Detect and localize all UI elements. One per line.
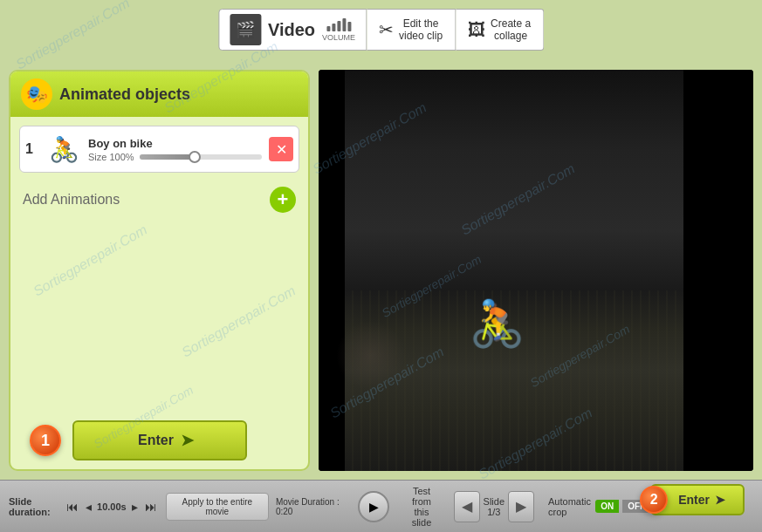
object-name: Boy on bike (88, 137, 262, 150)
black-side-right (683, 70, 753, 471)
panel-header-icon: 🎭 (21, 78, 52, 110)
bottom-enter-area: 2 Enter ➤ (650, 484, 745, 515)
add-animations-row: Add Animations + (19, 181, 299, 218)
slide-duration-label: Slide duration: (9, 496, 61, 517)
right-area: 🚴 (319, 70, 753, 471)
bottom-badge-2: 2 (640, 486, 668, 514)
slide-label: Slide (484, 496, 505, 507)
collage-icon: 🖼 (468, 20, 485, 40)
object-number: 1 (25, 141, 39, 157)
play-area: ▶ (358, 491, 389, 522)
panel-enter-button[interactable]: Enter ➤ (72, 420, 247, 460)
movie-duration: Movie Duration : 0:20 (276, 497, 352, 516)
slide-value: 1/3 (487, 507, 500, 517)
top-toolbar: 🎬 Video VOLUME ✂ Edit the video clip 🖼 C… (218, 9, 544, 51)
black-side-left (319, 70, 345, 471)
size-slider[interactable] (140, 154, 262, 160)
video-character: 🚴 (469, 297, 525, 351)
slide-navigation: ◀ Slide 1/3 ▶ (454, 491, 534, 522)
vol-bar-1 (326, 26, 330, 31)
apply-btn-label: Apply to the entire movie (182, 497, 252, 516)
create-collage-button[interactable]: 🖼 Create a collage (456, 9, 544, 51)
add-animations-label: Add Animations (23, 192, 120, 208)
bottom-enter-arrow-icon: ➤ (715, 493, 725, 507)
vol-bar-4 (342, 18, 346, 31)
panel-enter-label: Enter (138, 433, 174, 448)
apply-to-entire-movie-button[interactable]: Apply to the entire movie (166, 493, 269, 521)
slide-indicator: Slide 1/3 (484, 496, 505, 517)
panel-header: 🎭 Animated objects (10, 72, 308, 117)
video-camera-icon: 🎬 (230, 14, 261, 45)
prev-arrow[interactable]: ◂ (84, 498, 93, 515)
vol-bar-5 (347, 22, 351, 31)
edit-video-label: Edit the video clip (399, 17, 443, 42)
vol-bar-2 (332, 24, 335, 31)
object-size-row: Size 100% (88, 152, 262, 162)
collage-label: Create a collage (491, 17, 531, 42)
next-double-arrow[interactable]: ⏭ (143, 498, 159, 515)
enter-arrow-icon: ➤ (181, 431, 194, 450)
object-row: 1 🚴 Boy on bike Size 100% ✕ (19, 126, 299, 173)
object-size-label: Size 100% (88, 152, 134, 162)
panel-enter-area: 1 Enter ➤ (10, 412, 308, 469)
volume-bars (326, 18, 351, 31)
bottom-enter-label: Enter (678, 493, 710, 507)
scissors-icon: ✂ (379, 19, 394, 40)
next-slide-button[interactable]: ▶ (508, 491, 534, 522)
size-slider-thumb (189, 151, 201, 163)
object-thumbnail: 🚴 (46, 132, 81, 167)
object-info: Boy on bike Size 100% (88, 137, 262, 162)
video-preview: 🚴 (319, 70, 753, 471)
volume-area: VOLUME (322, 18, 355, 42)
video-scene: 🚴 (345, 70, 683, 471)
play-button[interactable]: ▶ (358, 491, 389, 522)
test-from-slide-btn[interactable]: Test from this slide (396, 486, 446, 528)
bottom-bar: Slide duration: ⏮ ◂ 10.00s ▸ ⏭ Apply to … (0, 480, 762, 532)
auto-crop-on-toggle[interactable]: ON (595, 500, 619, 513)
next-arrow[interactable]: ▸ (130, 498, 140, 515)
volume-label: VOLUME (322, 33, 355, 42)
add-animations-button[interactable]: + (270, 187, 296, 213)
panel-title: Animated objects (59, 85, 190, 104)
video-background: 🚴 (319, 70, 753, 471)
video-title: Video (268, 20, 315, 40)
panel-badge-1: 1 (30, 425, 61, 456)
slide-duration-area: Slide duration: ⏮ ◂ 10.00s ▸ ⏭ (9, 496, 159, 517)
prev-double-arrow[interactable]: ⏮ (65, 498, 80, 515)
video-title-box: 🎬 Video VOLUME (218, 9, 367, 51)
prev-slide-button[interactable]: ◀ (454, 491, 480, 522)
auto-crop-label: Automatic crop (548, 496, 592, 517)
panel-body: 1 🚴 Boy on bike Size 100% ✕ Add Ani (10, 117, 308, 412)
animated-objects-panel: 🎭 Animated objects 1 🚴 Boy on bike Size … (9, 70, 310, 471)
main-area: 🎭 Animated objects 1 🚴 Boy on bike Size … (0, 61, 762, 480)
vol-bar-3 (337, 21, 340, 31)
test-from-slide-label: Test from this slide (412, 486, 432, 528)
object-delete-button[interactable]: ✕ (269, 137, 293, 161)
duration-value: 10.00s (97, 501, 127, 512)
edit-video-clip-button[interactable]: ✂ Edit the video clip (367, 9, 456, 51)
size-slider-track (140, 154, 195, 160)
auto-crop-area: Automatic crop ON OFF (548, 496, 650, 517)
